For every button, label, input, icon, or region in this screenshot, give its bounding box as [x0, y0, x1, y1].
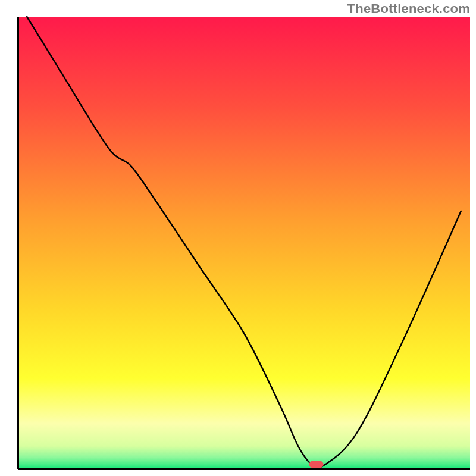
optimum-marker — [309, 461, 324, 468]
plot-background — [18, 17, 470, 469]
chart-container: TheBottleneck.com — [0, 0, 476, 476]
bottleneck-chart — [0, 0, 476, 476]
watermark-label: TheBottleneck.com — [347, 1, 470, 17]
